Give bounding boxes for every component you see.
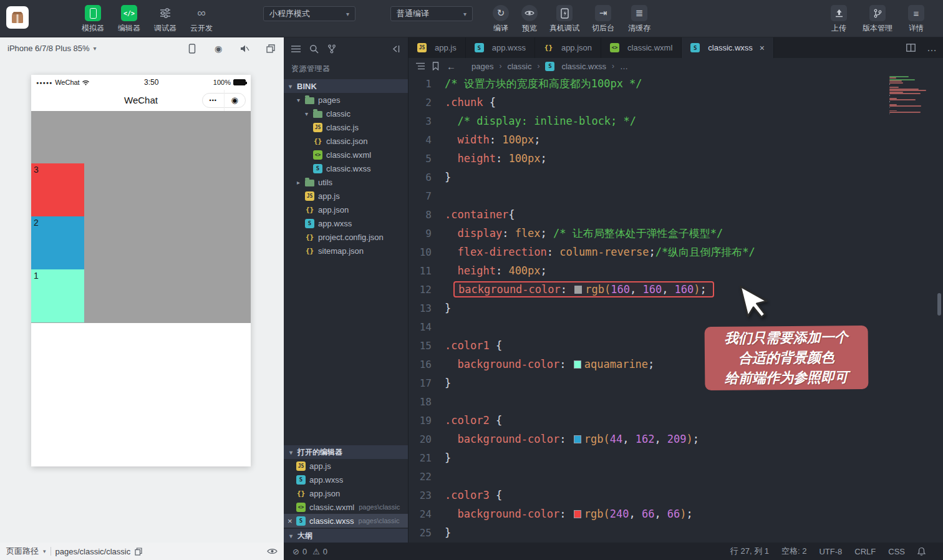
- code-line-10[interactable]: 10 flex-direction: column-reverse;/*纵向且倒…: [409, 243, 943, 261]
- tree-item-classic.wxss[interactable]: Sclassic.wxss: [284, 162, 408, 175]
- color-swatch[interactable]: [574, 435, 581, 443]
- version-control-button[interactable]: 版本管理: [857, 5, 898, 34]
- code-line-9[interactable]: 9 display: flex; /* 让布局整体处于弹性盒子模型*/: [409, 224, 943, 243]
- tree-item-sitemap.json[interactable]: {}sitemap.json: [284, 244, 408, 258]
- real-device-debug-button[interactable]: 真机调试: [544, 5, 585, 34]
- tree-item-classic.js[interactable]: JSclassic.js: [284, 120, 408, 134]
- compile-dropdown[interactable]: 普通编译 ▾: [390, 6, 473, 21]
- color-swatch[interactable]: [574, 286, 582, 294]
- switch-background-button[interactable]: ⇥ 切后台: [585, 5, 621, 34]
- tree-item-app.wxss[interactable]: Sapp.wxss: [284, 216, 408, 230]
- source-control-icon[interactable]: [327, 44, 336, 54]
- encoding[interactable]: UTF-8: [819, 547, 842, 556]
- more-icon[interactable]: •••: [203, 90, 224, 111]
- tree-item-classic.wxml[interactable]: <>classic.wxml: [284, 148, 408, 162]
- open-editor-app.json[interactable]: {}app.json: [284, 486, 408, 500]
- simulator-button[interactable]: 模拟器: [75, 5, 111, 34]
- tree-item-classic.json[interactable]: {}classic.json: [284, 134, 408, 148]
- minimize-icon[interactable]: ◉: [224, 90, 246, 111]
- close-tab-icon[interactable]: ×: [760, 43, 765, 53]
- file-list-icon[interactable]: [291, 45, 301, 53]
- code-line-22[interactable]: 22: [409, 467, 943, 486]
- code-area[interactable]: 1/* 设置方块的宽度和高度都为100px */2.chunk {3 /* di…: [409, 74, 943, 542]
- code-line-13[interactable]: 13}: [409, 299, 943, 317]
- breadcrumb-file[interactable]: classic.wxss: [561, 62, 606, 71]
- code-line-20[interactable]: 20 background-color: rgb(44, 162, 209);: [409, 430, 943, 448]
- language-mode[interactable]: CSS: [888, 547, 905, 556]
- more-actions-icon[interactable]: …: [927, 42, 937, 54]
- search-icon[interactable]: [309, 44, 319, 54]
- open-editors-header[interactable]: ▾ 打开的编辑器: [284, 445, 408, 459]
- code-line-21[interactable]: 21}: [409, 448, 943, 467]
- back-arrow-icon[interactable]: ←: [447, 61, 456, 72]
- code-line-25[interactable]: 25}: [409, 523, 943, 542]
- bell-icon[interactable]: [917, 547, 926, 556]
- cursor-position[interactable]: 行 27, 列 1: [730, 546, 769, 557]
- clear-cache-button[interactable]: ≣ 清缓存: [621, 5, 657, 34]
- wechat-capsule[interactable]: ••• ◉: [202, 93, 246, 108]
- tree-item-classic[interactable]: ▾classic: [284, 107, 408, 120]
- tab-classic.wxss[interactable]: Sclassic.wxss×: [682, 37, 774, 58]
- outline-header[interactable]: ▾ 大纲: [284, 529, 408, 543]
- open-editor-app.js[interactable]: JSapp.js: [284, 459, 408, 473]
- code-line-11[interactable]: 11 height: 400px;: [409, 261, 943, 280]
- code-line-8[interactable]: 8.container{: [409, 205, 943, 224]
- breadcrumb-ellipsis[interactable]: …: [620, 62, 628, 71]
- tab-classic.wxml[interactable]: <>classic.wxml: [601, 37, 682, 58]
- device-selector[interactable]: iPhone 6/7/8 Plus 85%: [7, 44, 90, 53]
- tab-app.js[interactable]: JSapp.js: [409, 37, 466, 58]
- code-line-18[interactable]: 18: [409, 392, 943, 411]
- mute-icon[interactable]: [239, 43, 250, 54]
- color-swatch[interactable]: [574, 360, 581, 369]
- breadcrumb-pages[interactable]: pages: [472, 62, 493, 71]
- preview-button[interactable]: 预览: [515, 5, 544, 34]
- breadcrumb-classic[interactable]: classic: [507, 62, 531, 71]
- open-editor-app.wxss[interactable]: Sapp.wxss: [284, 473, 408, 486]
- code-line-3[interactable]: 3 /* display: inline-block; */: [409, 112, 943, 130]
- code-line-24[interactable]: 24 background-color: rgb(240, 66, 66);: [409, 504, 943, 523]
- editor-button[interactable]: </> 编辑器: [111, 5, 147, 34]
- code-line-7[interactable]: 7: [409, 186, 943, 205]
- minimap[interactable]: [889, 76, 933, 115]
- close-editor-icon[interactable]: ×: [288, 516, 296, 526]
- tree-item-app.js[interactable]: JSapp.js: [284, 189, 408, 203]
- problems-indicator[interactable]: ⊘ 0 ⚠ 0: [293, 547, 327, 556]
- code-line-6[interactable]: 6}: [409, 168, 943, 186]
- multi-window-icon[interactable]: [265, 43, 276, 54]
- tab-app.json[interactable]: {}app.json: [535, 37, 601, 58]
- tree-item-project.config.json[interactable]: {}project.config.json: [284, 230, 408, 244]
- collapse-sidebar-icon[interactable]: [391, 45, 400, 53]
- record-icon[interactable]: ◉: [213, 43, 224, 54]
- rotate-device-icon[interactable]: [186, 43, 198, 54]
- code-line-2[interactable]: 2.chunk {: [409, 93, 943, 112]
- open-editor-classic.wxml[interactable]: <>classic.wxmlpages\classic: [284, 500, 408, 514]
- open-editor-classic.wxss[interactable]: ×Sclassic.wxsspages\classic: [284, 514, 408, 528]
- code-line-4[interactable]: 4 width: 100px;: [409, 130, 943, 149]
- tree-item-BINK[interactable]: ▾BINK: [284, 79, 408, 93]
- indentation[interactable]: 空格: 2: [781, 546, 806, 557]
- toggle-visibility-icon[interactable]: [267, 548, 278, 555]
- code-line-19[interactable]: 19.color2 {: [409, 411, 943, 430]
- code-line-12[interactable]: 12background-color: rgb(160, 160, 160);: [409, 280, 943, 299]
- page-path-value[interactable]: pages/classic/classic: [56, 547, 131, 556]
- tree-item-app.json[interactable]: {}app.json: [284, 203, 408, 216]
- bookmark-icon[interactable]: [432, 62, 439, 70]
- debugger-button[interactable]: 调试器: [147, 5, 183, 34]
- code-line-23[interactable]: 23.color3 {: [409, 486, 943, 504]
- split-editor-icon[interactable]: [906, 44, 916, 52]
- page-path-label[interactable]: 页面路径: [6, 546, 39, 557]
- mode-dropdown[interactable]: 小程序模式 ▾: [263, 6, 355, 21]
- eol-type[interactable]: CRLF: [854, 547, 876, 556]
- clouddev-button[interactable]: ∞ 云开发: [183, 5, 220, 34]
- editor-scrollbar[interactable]: [937, 293, 941, 316]
- compile-button[interactable]: ↻ 编译: [486, 5, 515, 34]
- code-line-1[interactable]: 1/* 设置方块的宽度和高度都为100px */: [409, 74, 943, 93]
- copy-icon[interactable]: [135, 548, 142, 556]
- color-swatch[interactable]: [574, 510, 581, 518]
- tab-app.wxss[interactable]: Sapp.wxss: [466, 37, 535, 58]
- upload-button[interactable]: 上传: [821, 5, 857, 34]
- outline-list-icon[interactable]: [416, 62, 425, 70]
- tree-item-utils[interactable]: ▸utils: [284, 175, 408, 189]
- tree-item-pages[interactable]: ▾pages: [284, 93, 408, 107]
- details-button[interactable]: ≡ 详情: [898, 5, 934, 34]
